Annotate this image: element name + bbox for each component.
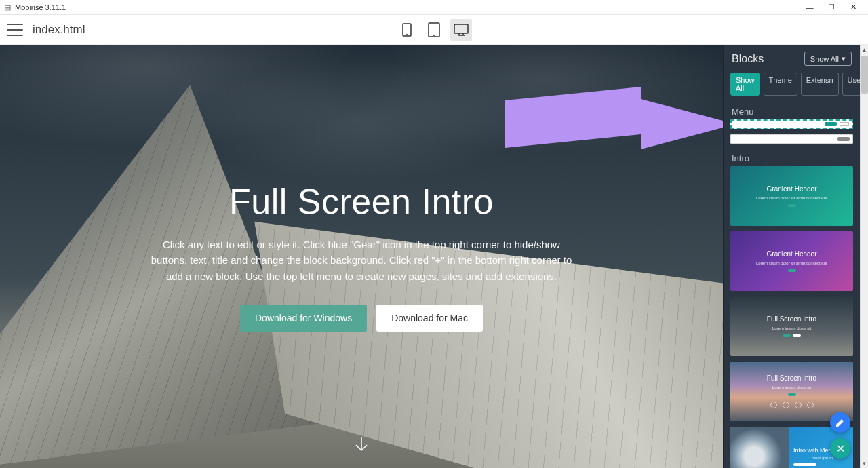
desktop-preview-button[interactable] (450, 19, 472, 41)
intro-block-thumb[interactable]: Gradient Header Lorem ipsum dolor sit am… (730, 166, 853, 226)
intro-block-thumb[interactable]: Full Screen Intro Lorem ipsum dolor sit (730, 296, 853, 356)
menu-block-thumb[interactable] (730, 134, 853, 144)
thumb-button (783, 334, 791, 337)
thumb-button (788, 269, 796, 272)
window-titlebar: ▤ Mobirise 3.11.1 — ☐ ✕ (0, 0, 868, 15)
hero-block[interactable]: Full Screen Intro Click any text to edit… (0, 45, 723, 468)
show-all-dropdown[interactable]: Show All ▾ (804, 52, 852, 66)
scroll-up-icon[interactable]: ▲ (861, 45, 868, 54)
thumb-sub: Lorem ipsum dolor sit amet consectetur (756, 261, 827, 266)
download-windows-button[interactable]: Download for Windows (240, 305, 367, 332)
svg-point-3 (433, 35, 435, 36)
vertical-scrollbar[interactable]: ▲ ▼ (860, 45, 868, 468)
thumb-label: Gradient Header (767, 250, 817, 258)
scrollbar-thumb[interactable] (861, 56, 868, 94)
thumb-label: Gradient Header (767, 185, 817, 193)
menu-block-thumb[interactable] (730, 119, 853, 129)
blocks-panel: Blocks Show All ▾ Show All Theme Extensn… (723, 45, 860, 468)
close-window-button[interactable]: ✕ (842, 0, 864, 15)
chevron-down-icon: ▾ (842, 54, 846, 63)
thumb-image (730, 427, 789, 468)
app-icon: ▤ (4, 3, 11, 12)
filter-show-all[interactable]: Show All (730, 73, 760, 96)
section-intro-label: Intro (724, 149, 860, 166)
show-all-label: Show All (810, 55, 839, 63)
device-preview-switch (396, 19, 472, 41)
filter-theme[interactable]: Theme (764, 73, 797, 96)
editor-canvas[interactable]: Full Screen Intro Click any text to edit… (0, 45, 723, 468)
hamburger-menu-icon[interactable] (7, 24, 23, 36)
close-panel-fab-button[interactable]: ✕ (830, 438, 850, 459)
scroll-down-icon[interactable] (353, 435, 370, 456)
hero-title[interactable]: Full Screen Intro (229, 181, 494, 222)
intro-block-thumb[interactable]: Full Screen Intro Lorem ipsum dolor sit (730, 362, 853, 421)
thumb-sub: Lorem ipsum dolor sit (772, 385, 811, 390)
download-mac-button[interactable]: Download for Mac (376, 305, 483, 332)
minimize-button[interactable]: — (799, 0, 821, 15)
thumb-label: Full Screen Intro (767, 374, 816, 382)
current-file[interactable]: index.html (33, 23, 85, 37)
thumb-button (793, 463, 816, 466)
thumb-label: Full Screen Intro (767, 315, 816, 323)
filter-extensions[interactable]: Extensn (801, 73, 839, 96)
svg-point-1 (406, 34, 408, 35)
intro-block-thumb[interactable]: Gradient Header Lorem ipsum dolor sit am… (730, 231, 853, 291)
scroll-down-icon[interactable]: ▼ (861, 459, 868, 468)
svg-rect-4 (454, 24, 468, 33)
mobile-preview-button[interactable] (396, 19, 418, 41)
thumb-sub: Lorem ipsum dolor sit (772, 326, 811, 331)
maximize-button[interactable]: ☐ (821, 0, 842, 15)
thumb-button (793, 334, 801, 337)
hero-buttons: Download for Windows Download for Mac (240, 305, 483, 332)
block-filters: Show All Theme Extensn User (724, 73, 860, 102)
edit-fab-button[interactable] (830, 412, 850, 433)
panel-title: Blocks (732, 53, 764, 65)
main-toolbar: index.html (0, 15, 868, 45)
thumb-button (788, 393, 796, 396)
tablet-preview-button[interactable] (423, 19, 445, 41)
section-menu-label: Menu (724, 102, 860, 119)
thumb-sub: Lorem ipsum dolor sit amet consectetur (756, 196, 827, 201)
thumb-button (788, 204, 796, 207)
hero-subtitle[interactable]: Click any text to edit or style it. Clic… (144, 237, 578, 284)
app-title: Mobirise 3.11.1 (15, 3, 66, 12)
